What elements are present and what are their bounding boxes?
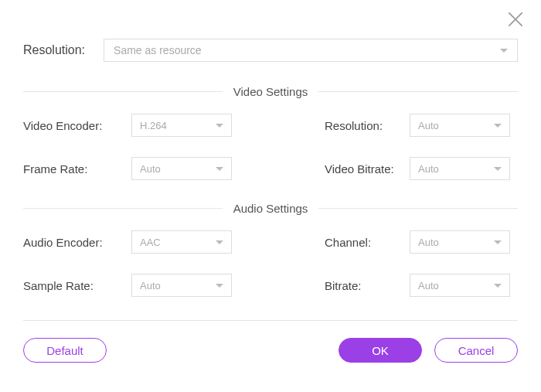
chevron-down-icon [494,240,502,244]
video-encoder-value: H.264 [140,120,167,131]
close-button[interactable] [505,9,526,29]
video-encoder-label: Video Encoder: [23,119,131,132]
sample-rate-value: Auto [140,280,161,291]
audio-settings-title: Audio Settings [223,202,319,215]
video-encoder-select[interactable]: H.264 [131,114,232,137]
video-settings-title: Video Settings [223,85,318,98]
video-resolution-label: Resolution: [325,119,410,132]
audio-bitrate-label: Bitrate: [325,279,410,292]
default-button-label: Default [46,344,83,357]
video-bitrate-value: Auto [418,163,439,175]
footer-divider [23,320,518,321]
audio-bitrate-select[interactable]: Auto [410,274,510,297]
top-resolution-select[interactable]: Same as resource [104,39,518,62]
video-bitrate-select[interactable]: Auto [410,157,510,180]
chevron-down-icon [500,49,508,53]
audio-encoder-select[interactable]: AAC [131,230,232,254]
audio-encoder-value: AAC [140,237,161,248]
sample-rate-select[interactable]: Auto [131,274,232,297]
default-button[interactable]: Default [23,338,107,363]
cancel-button[interactable]: Cancel [434,338,518,363]
sample-rate-label: Sample Rate: [23,279,131,292]
frame-rate-label: Frame Rate: [23,162,131,176]
chevron-down-icon [494,284,502,288]
frame-rate-value: Auto [140,163,161,175]
top-resolution-label: Resolution: [23,43,85,57]
video-bitrate-label: Video Bitrate: [325,162,410,176]
video-settings-header: Video Settings [23,85,518,98]
audio-encoder-label: Audio Encoder: [23,236,131,249]
audio-bitrate-value: Auto [418,280,439,291]
frame-rate-select[interactable]: Auto [131,157,232,180]
channel-select[interactable]: Auto [410,230,510,254]
video-resolution-select[interactable]: Auto [410,114,510,137]
chevron-down-icon [216,124,223,128]
cancel-button-label: Cancel [458,344,495,357]
chevron-down-icon [216,240,223,244]
audio-settings-header: Audio Settings [23,202,518,215]
chevron-down-icon [494,167,502,171]
chevron-down-icon [494,124,502,128]
video-resolution-value: Auto [418,120,439,131]
close-icon [505,9,526,29]
chevron-down-icon [216,284,223,288]
channel-value: Auto [418,237,439,248]
chevron-down-icon [216,167,223,171]
ok-button-label: OK [372,344,389,357]
channel-label: Channel: [325,236,410,249]
ok-button[interactable]: OK [339,338,422,363]
top-resolution-value: Same as resource [114,44,202,56]
